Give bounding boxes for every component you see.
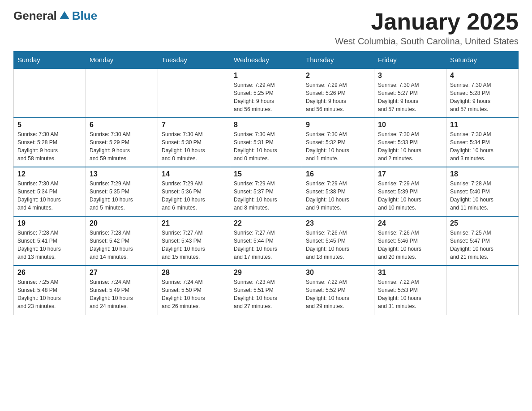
table-row: 13Sunrise: 7:29 AM Sunset: 5:35 PM Dayli… (86, 167, 158, 216)
col-tuesday: Tuesday (158, 51, 230, 69)
table-row: 27Sunrise: 7:24 AM Sunset: 5:49 PM Dayli… (86, 265, 158, 315)
day-info: Sunrise: 7:24 AM Sunset: 5:50 PM Dayligh… (162, 278, 226, 310)
day-info: Sunrise: 7:28 AM Sunset: 5:42 PM Dayligh… (90, 229, 154, 261)
day-info: Sunrise: 7:30 AM Sunset: 5:31 PM Dayligh… (234, 130, 298, 163)
table-row: 16Sunrise: 7:29 AM Sunset: 5:38 PM Dayli… (302, 167, 374, 216)
table-row (158, 68, 230, 118)
table-row: 9Sunrise: 7:30 AM Sunset: 5:32 PM Daylig… (302, 118, 374, 167)
day-number: 29 (234, 269, 298, 277)
col-friday: Friday (374, 51, 446, 69)
calendar-week-row: 19Sunrise: 7:28 AM Sunset: 5:41 PM Dayli… (14, 216, 519, 265)
day-number: 9 (306, 121, 370, 129)
table-row (446, 265, 519, 315)
day-number: 28 (162, 269, 226, 277)
table-row: 26Sunrise: 7:25 AM Sunset: 5:48 PM Dayli… (14, 265, 86, 315)
day-info: Sunrise: 7:25 AM Sunset: 5:47 PM Dayligh… (450, 229, 515, 261)
day-number: 18 (450, 170, 515, 178)
day-info: Sunrise: 7:29 AM Sunset: 5:39 PM Dayligh… (378, 180, 442, 212)
table-row: 4Sunrise: 7:30 AM Sunset: 5:28 PM Daylig… (446, 68, 519, 118)
table-row: 11Sunrise: 7:30 AM Sunset: 5:34 PM Dayli… (446, 118, 519, 167)
day-number: 16 (306, 170, 370, 178)
table-row: 10Sunrise: 7:30 AM Sunset: 5:33 PM Dayli… (374, 118, 446, 167)
table-row: 1Sunrise: 7:29 AM Sunset: 5:25 PM Daylig… (230, 68, 302, 118)
table-row: 5Sunrise: 7:30 AM Sunset: 5:28 PM Daylig… (14, 118, 86, 167)
day-number: 7 (162, 121, 226, 129)
day-info: Sunrise: 7:27 AM Sunset: 5:43 PM Dayligh… (162, 229, 226, 261)
page-header: General Blue January 2025 West Columbia,… (13, 9, 519, 47)
col-saturday: Saturday (446, 51, 519, 69)
day-number: 8 (234, 121, 298, 129)
day-number: 22 (234, 219, 298, 227)
day-info: Sunrise: 7:29 AM Sunset: 5:25 PM Dayligh… (234, 81, 298, 113)
day-number: 12 (17, 170, 82, 178)
calendar-week-row: 5Sunrise: 7:30 AM Sunset: 5:28 PM Daylig… (14, 118, 519, 167)
table-row: 28Sunrise: 7:24 AM Sunset: 5:50 PM Dayli… (158, 265, 230, 315)
day-info: Sunrise: 7:30 AM Sunset: 5:34 PM Dayligh… (17, 180, 82, 212)
day-info: Sunrise: 7:29 AM Sunset: 5:26 PM Dayligh… (306, 81, 370, 113)
logo-icon (58, 9, 71, 23)
day-number: 20 (90, 219, 154, 227)
location-subtitle: West Columbia, South Carolina, United St… (335, 36, 519, 47)
day-info: Sunrise: 7:28 AM Sunset: 5:40 PM Dayligh… (450, 180, 515, 212)
table-row: 29Sunrise: 7:23 AM Sunset: 5:51 PM Dayli… (230, 265, 302, 315)
day-info: Sunrise: 7:23 AM Sunset: 5:51 PM Dayligh… (234, 278, 298, 310)
day-number: 4 (450, 72, 515, 80)
day-number: 24 (378, 219, 442, 227)
logo-general-text: General (13, 9, 57, 23)
day-number: 13 (90, 170, 154, 178)
table-row: 30Sunrise: 7:22 AM Sunset: 5:52 PM Dayli… (302, 265, 374, 315)
day-number: 10 (378, 121, 442, 129)
col-wednesday: Wednesday (230, 51, 302, 69)
day-info: Sunrise: 7:27 AM Sunset: 5:44 PM Dayligh… (234, 229, 298, 261)
table-row: 23Sunrise: 7:26 AM Sunset: 5:45 PM Dayli… (302, 216, 374, 265)
col-thursday: Thursday (302, 51, 374, 69)
table-row: 15Sunrise: 7:29 AM Sunset: 5:37 PM Dayli… (230, 167, 302, 216)
day-info: Sunrise: 7:29 AM Sunset: 5:36 PM Dayligh… (162, 180, 226, 212)
day-info: Sunrise: 7:30 AM Sunset: 5:28 PM Dayligh… (17, 130, 82, 163)
col-monday: Monday (86, 51, 158, 69)
table-row: 20Sunrise: 7:28 AM Sunset: 5:42 PM Dayli… (86, 216, 158, 265)
table-row: 24Sunrise: 7:26 AM Sunset: 5:46 PM Dayli… (374, 216, 446, 265)
table-row: 17Sunrise: 7:29 AM Sunset: 5:39 PM Dayli… (374, 167, 446, 216)
svg-marker-0 (60, 11, 69, 19)
day-number: 17 (378, 170, 442, 178)
day-info: Sunrise: 7:30 AM Sunset: 5:33 PM Dayligh… (378, 130, 442, 163)
day-info: Sunrise: 7:30 AM Sunset: 5:28 PM Dayligh… (450, 81, 515, 113)
day-number: 11 (450, 121, 515, 129)
day-info: Sunrise: 7:29 AM Sunset: 5:37 PM Dayligh… (234, 180, 298, 212)
day-info: Sunrise: 7:26 AM Sunset: 5:46 PM Dayligh… (378, 229, 442, 261)
day-number: 1 (234, 72, 298, 80)
day-number: 21 (162, 219, 226, 227)
day-number: 25 (450, 219, 515, 227)
day-number: 19 (17, 219, 82, 227)
logo: General Blue (13, 9, 97, 23)
calendar-header-row: Sunday Monday Tuesday Wednesday Thursday… (14, 51, 519, 69)
month-year-title: January 2025 (335, 9, 519, 34)
table-row (86, 68, 158, 118)
table-row: 7Sunrise: 7:30 AM Sunset: 5:30 PM Daylig… (158, 118, 230, 167)
day-info: Sunrise: 7:30 AM Sunset: 5:29 PM Dayligh… (90, 130, 154, 163)
calendar-table: Sunday Monday Tuesday Wednesday Thursday… (13, 51, 519, 315)
calendar-week-row: 12Sunrise: 7:30 AM Sunset: 5:34 PM Dayli… (14, 167, 519, 216)
day-info: Sunrise: 7:30 AM Sunset: 5:34 PM Dayligh… (450, 130, 515, 163)
table-row: 14Sunrise: 7:29 AM Sunset: 5:36 PM Dayli… (158, 167, 230, 216)
title-block: January 2025 West Columbia, South Caroli… (335, 9, 519, 47)
day-info: Sunrise: 7:22 AM Sunset: 5:53 PM Dayligh… (378, 278, 442, 310)
table-row: 3Sunrise: 7:30 AM Sunset: 5:27 PM Daylig… (374, 68, 446, 118)
day-info: Sunrise: 7:25 AM Sunset: 5:48 PM Dayligh… (17, 278, 82, 310)
day-number: 2 (306, 72, 370, 80)
col-sunday: Sunday (14, 51, 86, 69)
table-row: 31Sunrise: 7:22 AM Sunset: 5:53 PM Dayli… (374, 265, 446, 315)
day-info: Sunrise: 7:30 AM Sunset: 5:32 PM Dayligh… (306, 130, 370, 163)
day-number: 30 (306, 269, 370, 277)
day-number: 3 (378, 72, 442, 80)
table-row: 8Sunrise: 7:30 AM Sunset: 5:31 PM Daylig… (230, 118, 302, 167)
table-row: 25Sunrise: 7:25 AM Sunset: 5:47 PM Dayli… (446, 216, 519, 265)
table-row: 21Sunrise: 7:27 AM Sunset: 5:43 PM Dayli… (158, 216, 230, 265)
day-number: 6 (90, 121, 154, 129)
table-row: 22Sunrise: 7:27 AM Sunset: 5:44 PM Dayli… (230, 216, 302, 265)
day-info: Sunrise: 7:28 AM Sunset: 5:41 PM Dayligh… (17, 229, 82, 261)
table-row: 18Sunrise: 7:28 AM Sunset: 5:40 PM Dayli… (446, 167, 519, 216)
day-number: 15 (234, 170, 298, 178)
logo-blue-text: Blue (72, 9, 97, 23)
